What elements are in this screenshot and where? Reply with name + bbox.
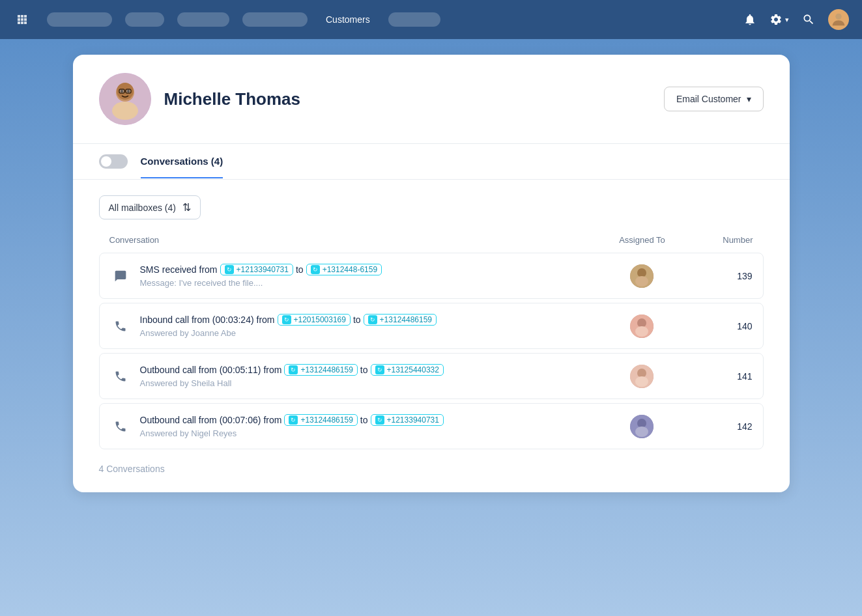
col-header-conversation: Conversation	[109, 235, 597, 245]
table-row[interactable]: Inbound call from (00:03:24) from ↻ +120…	[99, 303, 764, 349]
top-navigation: Customers ▾	[0, 0, 862, 39]
nav-item-4[interactable]	[242, 12, 308, 27]
svg-point-15	[635, 326, 648, 337]
mailbox-selector[interactable]: All mailboxes (4) ⇅	[99, 195, 201, 219]
conv-content-1: SMS received from ↻ +12133940731 to ↻ +1…	[140, 264, 596, 288]
conv-title-2: Inbound call from (00:03:24) from ↻ +120…	[140, 314, 596, 326]
profile-header: Michelle Thomas Email Customer ▾	[73, 55, 790, 144]
svg-rect-8	[126, 89, 131, 93]
mailbox-label: All mailboxes (4)	[109, 203, 176, 213]
tab-toggle[interactable]	[99, 154, 128, 169]
conv-number-4: 142	[687, 421, 753, 432]
svg-rect-7	[119, 89, 124, 93]
to-phone-4: ↻ +12133940731	[371, 414, 444, 426]
mailbox-sort-icon: ⇅	[182, 201, 191, 214]
customer-avatar	[99, 73, 151, 125]
to-phone-3: ↻ +13125440332	[371, 364, 444, 376]
nav-item-1[interactable]	[47, 12, 112, 27]
table-row[interactable]: Outbound call from (00:07:06) from ↻ +13…	[99, 403, 764, 449]
conv-subtitle-1: Message: I've received the file....	[140, 278, 596, 288]
assignee-avatar-4	[630, 415, 654, 438]
svg-point-3	[112, 102, 138, 120]
nav-item-3[interactable]	[177, 12, 229, 27]
svg-point-20	[637, 419, 646, 428]
conv-title-3: Outbound call from (00:05:11) from ↻ +13…	[140, 364, 596, 376]
conv-subtitle-3: Answered by Sheila Hall	[140, 378, 596, 388]
from-phone-2: ↻ +12015003169	[278, 314, 351, 326]
gear-chevron: ▾	[785, 16, 789, 24]
assignee-avatar-3	[630, 365, 654, 388]
col-header-assigned: Assigned To	[597, 235, 688, 245]
to-phone-1: ↻ +1312448-6159	[306, 264, 382, 275]
tabs-area: Conversations (4)	[73, 144, 790, 180]
table-header: Conversation Assigned To Number	[99, 235, 764, 253]
nav-item-5[interactable]	[388, 12, 440, 27]
assigned-to-1	[596, 264, 687, 288]
table-row[interactable]: Outbound call from (00:05:11) from ↻ +13…	[99, 353, 764, 399]
assigned-to-4	[596, 415, 687, 438]
table-footer: 4 Conversations	[99, 453, 764, 477]
svg-point-21	[635, 427, 648, 437]
assignee-avatar-1	[630, 264, 654, 288]
from-phone-1: ↻ +12133940731	[220, 264, 293, 275]
svg-point-17	[637, 369, 646, 378]
svg-point-14	[637, 318, 646, 328]
nav-item-2[interactable]	[125, 12, 164, 27]
tab-conversations[interactable]: Conversations (4)	[141, 145, 223, 178]
svg-point-11	[637, 268, 646, 277]
phone-icon-2	[110, 316, 131, 337]
assigned-to-3	[596, 365, 687, 388]
main-card: Michelle Thomas Email Customer ▾ Convers…	[73, 55, 790, 492]
conv-subtitle-4: Answered by Nigel Reyes	[140, 428, 596, 438]
email-customer-chevron: ▾	[747, 94, 751, 104]
email-customer-button[interactable]: Email Customer ▾	[664, 87, 764, 111]
conv-number-3: 141	[687, 371, 753, 382]
from-phone-3: ↻ +13124486159	[284, 364, 357, 376]
email-customer-label: Email Customer	[676, 94, 741, 104]
assigned-to-2	[596, 315, 687, 338]
toggle-knob	[101, 156, 111, 167]
conv-content-3: Outbound call from (00:05:11) from ↻ +13…	[140, 364, 596, 388]
search-icon[interactable]	[799, 10, 818, 29]
phone-icon-3	[110, 366, 131, 387]
col-header-number: Number	[688, 235, 753, 245]
svg-point-18	[635, 376, 648, 387]
conv-title-4: Outbound call from (00:07:06) from ↻ +13…	[140, 414, 596, 426]
user-avatar-nav[interactable]	[828, 9, 849, 30]
conv-number-2: 140	[687, 321, 753, 331]
content-area: All mailboxes (4) ⇅ Conversation Assigne…	[73, 180, 790, 492]
to-phone-2: ↻ +13124486159	[364, 314, 437, 326]
phone-icon-4	[110, 416, 131, 437]
assignee-avatar-2	[630, 315, 654, 338]
bell-icon[interactable]	[741, 10, 759, 29]
settings-icon[interactable]: ▾	[769, 13, 789, 26]
sms-icon	[110, 266, 131, 287]
from-phone-4: ↻ +13124486159	[284, 414, 357, 426]
conv-subtitle-2: Answered by Joanne Abe	[140, 328, 596, 338]
table-row[interactable]: SMS received from ↻ +12133940731 to ↻ +1…	[99, 253, 764, 299]
background-area: Michelle Thomas Email Customer ▾ Convers…	[0, 39, 862, 616]
customer-name: Michelle Thomas	[164, 89, 301, 109]
svg-point-0	[835, 14, 841, 20]
conv-content-2: Inbound call from (00:03:24) from ↻ +120…	[140, 314, 596, 338]
svg-point-12	[635, 276, 648, 287]
conv-number-1: 139	[687, 271, 753, 281]
conv-title-1: SMS received from ↻ +12133940731 to ↻ +1…	[140, 264, 596, 275]
app-logo[interactable]	[13, 9, 34, 30]
conv-content-4: Outbound call from (00:07:06) from ↻ +13…	[140, 414, 596, 438]
nav-customers[interactable]: Customers	[321, 14, 375, 25]
